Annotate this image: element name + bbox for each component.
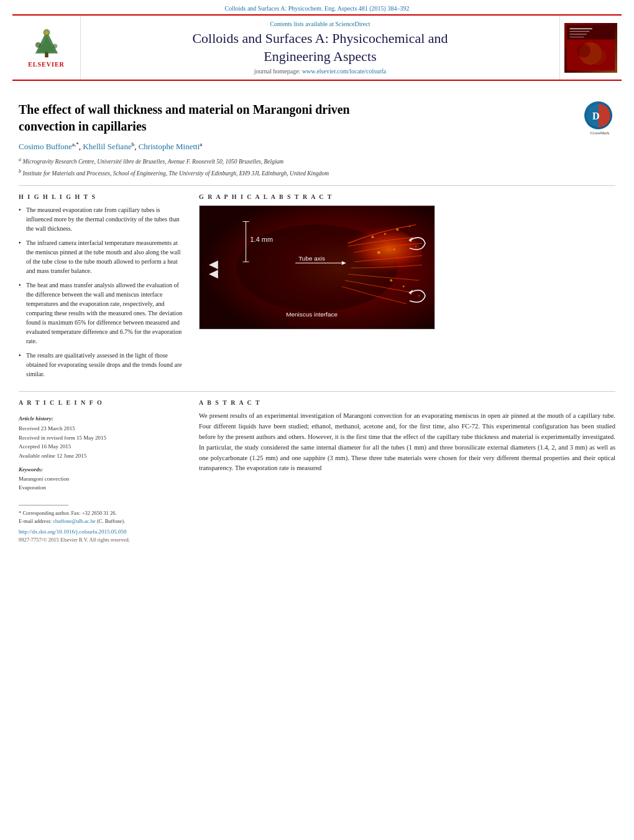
svg-point-21 bbox=[311, 225, 422, 287]
footnotes-section: * Corresponding author. Fax: +32 2650 31… bbox=[19, 505, 615, 543]
highlights-graphical-section: H I G H L I G H T S The measured evapora… bbox=[19, 193, 615, 384]
affiliation-b: b Institute for Materials and Processes,… bbox=[19, 168, 615, 178]
author3-name: Christophe Minetti bbox=[139, 142, 200, 152]
elsevier-logo-section: ELSEVIER bbox=[12, 16, 81, 80]
svg-text:D: D bbox=[592, 111, 600, 121]
svg-point-3 bbox=[35, 42, 40, 47]
abstract-header: A B S T R A C T bbox=[199, 399, 615, 406]
email-link[interactable]: cbuffone@ulb.ac.be bbox=[53, 518, 96, 524]
keyword-1: Marangoni convection bbox=[19, 474, 186, 483]
section-divider bbox=[19, 185, 615, 186]
svg-rect-12 bbox=[570, 28, 592, 29]
author2-name: Khellil Sefiane bbox=[83, 142, 131, 152]
author1-name: Cosimo Buffone bbox=[19, 142, 72, 152]
svg-point-26 bbox=[377, 251, 380, 254]
svg-point-24 bbox=[396, 229, 398, 231]
graphical-abstract-image: 1.4 mm Tube axis bbox=[199, 205, 435, 330]
history-label: Article history: bbox=[19, 415, 186, 422]
journal-cover bbox=[559, 16, 622, 80]
journal-homepage: journal homepage: www.elsevier.com/locat… bbox=[93, 68, 547, 75]
journal-title-section: Contents lists available at ScienceDirec… bbox=[81, 16, 559, 80]
article-info-column: A R T I C L E I N F O Article history: R… bbox=[19, 399, 186, 492]
svg-point-10 bbox=[577, 44, 590, 57]
accepted-date: Accepted 16 May 2015 bbox=[19, 442, 186, 451]
article-title: The effect of wall thickness and materia… bbox=[19, 101, 572, 135]
highlight-item-1: The measured evaporation rate from capil… bbox=[19, 205, 186, 233]
article-history: Article history: Received 23 March 2015 … bbox=[19, 415, 186, 460]
abstract-text: We present results of an experimental in… bbox=[199, 411, 615, 474]
copyright-text: 0927-7757/© 2015 Elsevier B.V. All right… bbox=[19, 537, 615, 543]
graphical-abstract-column: G R A P H I C A L A B S T R A C T bbox=[199, 193, 615, 384]
middle-divider bbox=[19, 391, 615, 392]
received-revised-date: Received in revised form 15 May 2015 bbox=[19, 433, 186, 442]
footnote-email: E-mail address: cbuffone@ulb.ac.be (C. B… bbox=[19, 517, 615, 525]
svg-point-27 bbox=[393, 249, 395, 251]
graphical-abstract-header: G R A P H I C A L A B S T R A C T bbox=[199, 193, 615, 200]
journal-header-banner: ELSEVIER Contents lists available at Sci… bbox=[12, 14, 622, 81]
keywords-section: Keywords: Marangoni convection Evaporati… bbox=[19, 466, 186, 492]
svg-point-4 bbox=[53, 44, 57, 48]
main-content: The effect of wall thickness and materia… bbox=[0, 81, 634, 552]
svg-point-29 bbox=[390, 279, 392, 282]
doi-link[interactable]: http://dx.doi.org/10.1016/j.colsurfa.201… bbox=[19, 528, 615, 535]
svg-rect-15 bbox=[570, 36, 584, 37]
highlight-item-2: The infrared camera interfacial temperat… bbox=[19, 238, 186, 275]
svg-point-30 bbox=[403, 286, 405, 288]
svg-point-22 bbox=[372, 236, 374, 239]
article-info-header: A R T I C L E I N F O bbox=[19, 399, 186, 406]
svg-point-25 bbox=[409, 226, 410, 228]
top-link-text: Colloids and Surfaces A: Physicochem. En… bbox=[225, 5, 410, 12]
top-journal-link[interactable]: Colloids and Surfaces A: Physicochem. En… bbox=[0, 0, 634, 14]
sciencedirect-link[interactable]: Contents lists available at ScienceDirec… bbox=[93, 21, 547, 27]
svg-rect-13 bbox=[570, 30, 590, 31]
elsevier-tree-logo bbox=[25, 28, 68, 59]
svg-text:Tube axis: Tube axis bbox=[298, 255, 325, 262]
crossmark-badge[interactable]: D CrossMark bbox=[584, 101, 615, 132]
elsevier-text: ELSEVIER bbox=[28, 61, 65, 68]
svg-text:1.4 mm: 1.4 mm bbox=[250, 236, 273, 244]
affiliation-a: a Microgravity Research Centre, Universi… bbox=[19, 156, 615, 166]
received-date: Received 23 March 2015 bbox=[19, 424, 186, 433]
abstract-column: A B S T R A C T We present results of an… bbox=[199, 399, 615, 492]
highlights-header: H I G H L I G H T S bbox=[19, 193, 186, 200]
keywords-label: Keywords: bbox=[19, 466, 186, 473]
article-info-abstract-section: A R T I C L E I N F O Article history: R… bbox=[19, 399, 615, 492]
journal-cover-image bbox=[564, 23, 617, 73]
elsevier-logo: ELSEVIER bbox=[25, 28, 68, 68]
authors-line: Cosimo Buffonea,*, Khellil Sefianeb, Chr… bbox=[19, 141, 615, 152]
article-title-section: The effect of wall thickness and materia… bbox=[19, 101, 615, 135]
footnote-corresponding: * Corresponding author. Fax: +32 2650 31… bbox=[19, 509, 615, 517]
highlight-item-3: The heat and mass transfer analysis allo… bbox=[19, 280, 186, 346]
available-date: Available online 12 June 2015 bbox=[19, 451, 186, 460]
footnote-divider bbox=[19, 505, 68, 505]
svg-rect-14 bbox=[570, 34, 587, 34]
svg-point-23 bbox=[384, 233, 386, 235]
crossmark-text: CrossMark bbox=[584, 131, 615, 136]
highlights-column: H I G H L I G H T S The measured evapora… bbox=[19, 193, 186, 384]
svg-point-11 bbox=[589, 48, 606, 65]
keyword-2: Evaporation bbox=[19, 483, 186, 492]
journal-title: Colloids and Surfaces A: Physicochemical… bbox=[93, 30, 547, 65]
highlights-list: The measured evaporation rate from capil… bbox=[19, 205, 186, 379]
crossmark-icon[interactable]: D bbox=[584, 101, 612, 129]
highlight-item-4: The results are qualitatively assessed i… bbox=[19, 351, 186, 379]
svg-point-28 bbox=[415, 246, 416, 247]
svg-text:Meniscus interface: Meniscus interface bbox=[286, 311, 338, 318]
svg-point-31 bbox=[418, 295, 420, 297]
